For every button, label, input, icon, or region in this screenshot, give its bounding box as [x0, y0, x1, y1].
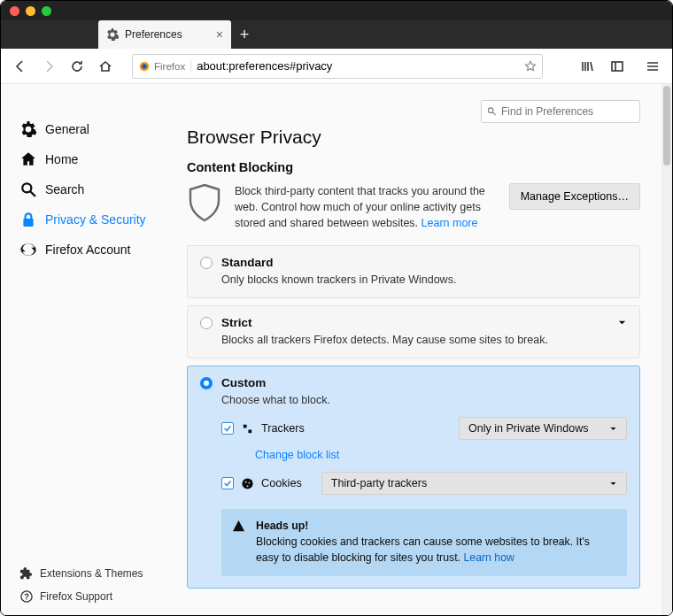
cookies-label: Cookies: [261, 477, 302, 489]
tabstrip: Preferences × +: [1, 20, 672, 49]
notice-title: Heads up!: [256, 520, 308, 532]
option-title: Standard: [221, 256, 274, 269]
blocking-option-strict[interactable]: Strict Blocks all trackers Firefox detec…: [187, 305, 640, 358]
sidebar-label: Home: [45, 152, 78, 166]
learn-how-link[interactable]: Learn how: [463, 551, 514, 564]
sidebar-item-account[interactable]: Firefox Account: [1, 235, 169, 265]
checkbox-cookies[interactable]: [221, 477, 234, 489]
search-icon: [487, 106, 497, 117]
blocking-option-custom: Custom Choose what to block. Trackers On…: [187, 366, 640, 588]
sidebar-item-search[interactable]: Search: [1, 174, 169, 204]
close-window-button[interactable]: [10, 6, 19, 16]
content-blocking-description: Block third-party content that tracks yo…: [235, 183, 497, 231]
scrollbar[interactable]: [661, 84, 672, 616]
chevron-down-icon[interactable]: [617, 318, 627, 327]
cookies-select[interactable]: Third-party trackers: [321, 472, 627, 495]
find-input[interactable]: [501, 105, 634, 118]
home-icon: [20, 151, 36, 167]
traffic-lights: [10, 6, 51, 16]
urlbar[interactable]: Firefox: [132, 54, 543, 79]
trackers-select[interactable]: Only in Private Windows: [459, 417, 627, 440]
macos-titlebar: [1, 1, 672, 20]
cookies-row: Cookies Third-party trackers: [221, 472, 627, 495]
new-tab-button[interactable]: +: [231, 20, 258, 49]
preferences-content: General Home Search Privacy & Security F…: [1, 84, 672, 616]
back-button[interactable]: [10, 56, 31, 77]
page-heading: Browser Privacy: [187, 127, 640, 148]
bookmark-star-icon[interactable]: [524, 60, 537, 73]
category-sidebar: General Home Search Privacy & Security F…: [1, 84, 169, 616]
checkbox-trackers[interactable]: [221, 422, 234, 435]
svg-point-8: [488, 108, 493, 113]
svg-line-5: [30, 191, 35, 196]
shield-icon: [187, 183, 222, 222]
manage-exceptions-button[interactable]: Manage Exceptions…: [509, 183, 640, 210]
svg-point-13: [247, 485, 249, 487]
sidebar-item-privacy[interactable]: Privacy & Security: [1, 204, 169, 235]
question-icon: [20, 590, 33, 603]
identity-label: Firefox: [154, 61, 185, 72]
browser-tab-preferences[interactable]: Preferences ×: [98, 20, 231, 49]
notice-body: Blocking cookies and trackers can cause …: [256, 535, 590, 564]
radio-standard[interactable]: [200, 257, 213, 269]
option-title: Strict: [221, 316, 252, 329]
cookies-icon: [241, 477, 254, 490]
svg-rect-6: [23, 219, 33, 227]
blocking-option-standard[interactable]: Standard Only blocks known trackers in P…: [187, 245, 640, 298]
sidebar-label: Firefox Support: [40, 590, 112, 603]
sidebar-label: General: [45, 122, 89, 136]
sidebar-item-home[interactable]: Home: [1, 144, 169, 174]
svg-line-9: [492, 112, 495, 115]
option-desc: Choose what to block.: [221, 394, 627, 406]
find-in-prefs[interactable]: [481, 100, 640, 123]
gear-icon: [106, 28, 119, 41]
svg-point-1: [142, 64, 147, 69]
chevron-down-icon: [609, 425, 617, 433]
option-desc: Blocks all trackers Firefox detects. May…: [221, 334, 627, 346]
change-blocklist-row: Change block list: [255, 449, 627, 461]
firefox-icon: [138, 60, 151, 73]
url-input[interactable]: [197, 59, 519, 73]
trackers-icon: [241, 422, 254, 435]
scrollbar-thumb[interactable]: [663, 86, 670, 166]
gear-icon: [20, 121, 36, 137]
sidebar-label: Privacy & Security: [45, 212, 146, 227]
sidebar-item-extensions[interactable]: Extensions & Themes: [1, 562, 169, 585]
sidebar-label: Firefox Account: [45, 243, 131, 257]
sidebar-label: Extensions & Themes: [40, 567, 143, 580]
sidebar-item-general[interactable]: General: [1, 114, 169, 144]
content-blocking-header: Block third-party content that tracks yo…: [187, 183, 640, 231]
warning-icon: [232, 520, 245, 533]
reload-button[interactable]: [66, 56, 88, 77]
puzzle-icon: [20, 567, 33, 580]
identity-box[interactable]: Firefox: [138, 60, 191, 73]
minimize-window-button[interactable]: [26, 6, 35, 16]
library-button[interactable]: [576, 56, 598, 77]
learn-more-link[interactable]: Learn more: [422, 217, 478, 229]
tab-title: Preferences: [125, 28, 210, 41]
svg-rect-2: [612, 62, 623, 71]
navigation-toolbar: Firefox: [1, 49, 672, 84]
svg-point-10: [242, 478, 252, 489]
search-icon: [20, 181, 36, 197]
radio-custom[interactable]: [200, 377, 213, 389]
maximize-window-button[interactable]: [42, 6, 51, 16]
sync-icon: [20, 242, 36, 258]
option-desc: Only blocks known trackers in Private Wi…: [221, 273, 627, 286]
radio-strict[interactable]: [200, 317, 213, 329]
lock-icon: [20, 212, 36, 227]
forward-button[interactable]: [38, 56, 59, 77]
close-tab-button[interactable]: ×: [216, 27, 223, 42]
sidebar-item-support[interactable]: Firefox Support: [1, 585, 169, 608]
sidebar-label: Search: [45, 182, 84, 196]
option-title: Custom: [221, 376, 266, 389]
change-blocklist-link[interactable]: Change block list: [255, 449, 339, 461]
heads-up-notice: Heads up! Blocking cookies and trackers …: [221, 509, 627, 575]
chevron-down-icon: [609, 480, 617, 488]
content-blocking-heading: Content Blocking: [187, 160, 640, 174]
sidebar-button[interactable]: [607, 56, 628, 77]
main-pane: Browser Privacy Content Blocking Block t…: [169, 84, 661, 616]
home-button[interactable]: [95, 56, 116, 77]
app-menu-button[interactable]: [642, 56, 663, 77]
svg-point-12: [248, 482, 250, 484]
